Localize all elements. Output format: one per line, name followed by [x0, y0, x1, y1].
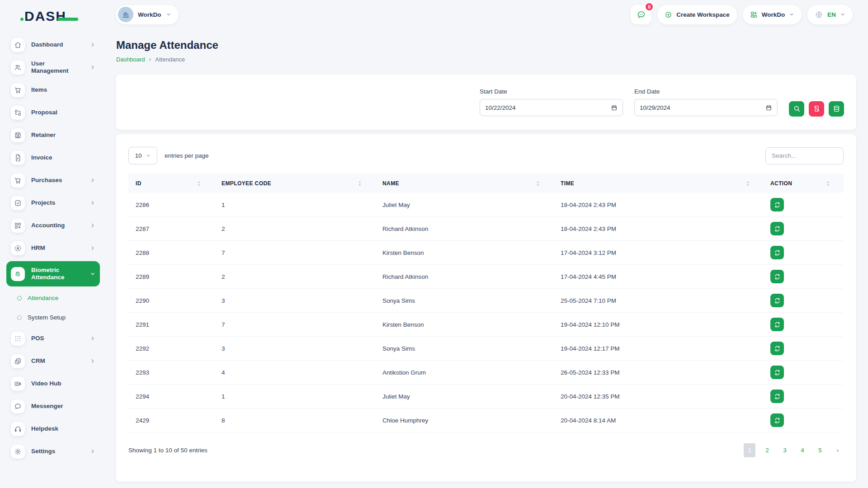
sidebar-item-dashboard[interactable]: Dashboard — [6, 33, 100, 56]
table-row: 22934Antikstion Grum26-05-2024 12:33 PM — [128, 361, 844, 385]
brand-logo[interactable]: DASH — [0, 6, 105, 26]
workspace-switcher[interactable]: WorkDo — [743, 5, 802, 24]
sort-icons: ▲▼ — [358, 180, 362, 187]
sidebar-subitem-attendance[interactable]: Attendance — [6, 288, 100, 308]
start-date-field: Start Date — [480, 88, 623, 116]
refresh-action-button[interactable] — [770, 318, 784, 331]
messages-button[interactable]: 0 — [631, 5, 651, 24]
sidebar-item-retainer[interactable]: Retainer — [6, 124, 100, 146]
table-row: 22872Richard Atkinson18-04-2024 2:43 PM — [128, 217, 844, 241]
sidebar-item-label: Settings — [31, 448, 84, 455]
cell-action — [763, 241, 844, 264]
purchases-icon — [11, 174, 25, 188]
sidebar-item-biometric-attendance[interactable]: Biometric Attendance — [6, 261, 100, 286]
cell-time: 25-05-2024 7:10 PM — [553, 289, 763, 312]
column-header-id[interactable]: ID▲▼ — [128, 174, 214, 193]
next-page-button[interactable]: › — [832, 443, 844, 457]
table-row: 22887Kirsten Benson17-04-2024 3:12 PM — [128, 241, 844, 265]
sidebar-item-projects[interactable]: Projects — [6, 192, 100, 214]
cell-id: 2288 — [128, 241, 214, 264]
column-header-name[interactable]: NAME▲▼ — [375, 174, 553, 193]
sidebar-item-video-hub[interactable]: Video Hub — [6, 372, 100, 395]
refresh-icon — [774, 202, 781, 208]
sidebar-item-crm[interactable]: CRM — [6, 350, 100, 372]
workspace-selector[interactable]: WorkDo — [116, 5, 179, 24]
sidebar-subitem-system-setup[interactable]: System Setup — [6, 308, 100, 327]
refresh-action-button[interactable] — [770, 246, 784, 259]
sidebar-item-hrm[interactable]: HRM — [6, 237, 100, 259]
column-label: NAME — [382, 180, 399, 187]
refresh-action-button[interactable] — [770, 294, 784, 307]
page-5[interactable]: 5 — [814, 443, 826, 457]
sort-icons: ▲▼ — [826, 180, 830, 187]
sidebar-item-invoice[interactable]: Invoice — [6, 146, 100, 169]
refresh-action-button[interactable] — [770, 270, 784, 283]
sidebar-item-settings[interactable]: Settings — [6, 440, 100, 463]
cell-time: 18-04-2024 2:43 PM — [553, 193, 763, 216]
plus-circle-icon — [665, 11, 672, 19]
chevron-down-icon — [146, 153, 151, 158]
filter-card: Start Date End Date — [116, 75, 856, 130]
cart-icon — [11, 83, 25, 97]
clear-filter-button[interactable] — [809, 101, 824, 117]
cell-action — [763, 408, 844, 432]
apply-filter-button[interactable] — [789, 101, 804, 117]
start-date-input[interactable] — [485, 104, 611, 111]
start-date-box — [480, 99, 623, 116]
page-2[interactable]: 2 — [761, 443, 773, 457]
globe-icon — [815, 10, 823, 19]
refresh-action-button[interactable] — [770, 198, 784, 211]
sidebar-item-helpdesk[interactable]: Helpdesk — [6, 418, 100, 440]
cell-employee-code: 4 — [214, 361, 375, 384]
cell-employee-code: 8 — [214, 408, 375, 432]
sidebar-item-accounting[interactable]: Accounting — [6, 214, 100, 237]
topbar: WorkDo 0 Create Workspace WorkDo EN — [116, 5, 853, 24]
create-workspace-label: Create Workspace — [676, 11, 730, 18]
refresh-icon — [774, 225, 781, 232]
refresh-action-button[interactable] — [770, 389, 784, 403]
cell-id: 2292 — [128, 337, 214, 360]
users-icon — [11, 61, 25, 75]
page-size-select[interactable]: 10 — [128, 147, 157, 164]
refresh-icon — [774, 273, 781, 280]
sidebar-item-items[interactable]: Items — [6, 79, 100, 101]
sidebar-item-pos[interactable]: POS — [6, 327, 100, 350]
cell-name: Juliet May — [375, 385, 553, 408]
page-3[interactable]: 3 — [779, 443, 791, 457]
table-header: ID▲▼EMPLOYEE CODE▲▼NAME▲▼TIME▲▼ACTION▲▼ — [128, 174, 844, 193]
chevron-right-icon — [90, 358, 95, 364]
sidebar-item-proposal[interactable]: Proposal — [6, 101, 100, 124]
create-workspace-button[interactable]: Create Workspace — [657, 5, 737, 24]
cell-time: 19-04-2024 12:10 PM — [553, 313, 763, 336]
page-4[interactable]: 4 — [797, 443, 808, 457]
logo-dash-icon — [57, 18, 78, 21]
column-header-employee-code[interactable]: EMPLOYEE CODE▲▼ — [214, 174, 375, 193]
calendar-icon[interactable] — [765, 104, 772, 111]
refresh-action-button[interactable] — [770, 366, 784, 379]
projects-icon — [11, 196, 25, 210]
sidebar-item-label: Invoice — [31, 154, 95, 161]
invoice-icon — [11, 151, 25, 165]
column-header-time[interactable]: TIME▲▼ — [553, 174, 763, 193]
cell-employee-code: 3 — [214, 289, 375, 312]
sidebar: DASH DashboardUser ManagementItemsPropos… — [0, 0, 105, 488]
sidebar-item-user-management[interactable]: User Management — [6, 56, 100, 79]
chevron-right-icon — [90, 42, 95, 47]
refresh-icon — [774, 249, 781, 256]
breadcrumb-dashboard-link[interactable]: Dashboard — [116, 56, 145, 63]
circle-icon — [17, 315, 22, 320]
column-header-action[interactable]: ACTION▲▼ — [763, 174, 844, 193]
helpdesk-icon — [11, 422, 25, 436]
accounting-icon — [11, 219, 25, 233]
refresh-action-button[interactable] — [770, 342, 784, 355]
search-input[interactable] — [765, 147, 844, 164]
language-selector[interactable]: EN — [807, 5, 853, 24]
export-button[interactable] — [829, 101, 844, 117]
refresh-action-button[interactable] — [770, 413, 784, 427]
end-date-input[interactable] — [640, 104, 765, 111]
calendar-icon[interactable] — [611, 104, 618, 111]
sidebar-item-messenger[interactable]: Messenger — [6, 395, 100, 418]
refresh-action-button[interactable] — [770, 222, 784, 235]
sidebar-item-purchases[interactable]: Purchases — [6, 169, 100, 192]
page-1[interactable]: 1 — [744, 443, 755, 457]
